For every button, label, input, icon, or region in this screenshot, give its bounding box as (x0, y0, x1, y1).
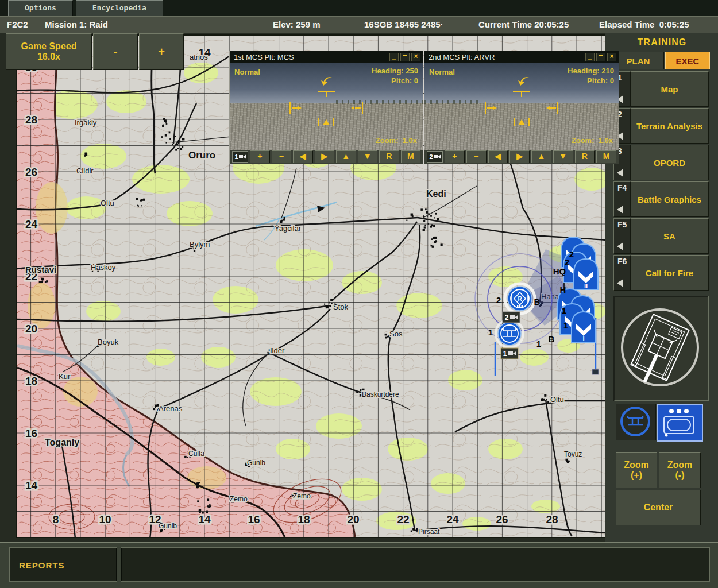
button-label: Map (631, 71, 709, 107)
map-frame-bottom (17, 537, 605, 542)
camera-control-bar: 2 +−◀▶▲▼RM (424, 150, 619, 164)
zoom-out-button[interactable]: Zoom(-) (659, 452, 701, 488)
svg-text:1: 1 (503, 350, 507, 358)
button-label: Call for Fire (631, 255, 709, 291)
svg-text:2: 2 (505, 314, 509, 322)
svg-text:24: 24 (446, 513, 459, 525)
svg-text:HQ: HQ (553, 266, 566, 276)
gunner-reticle (473, 88, 570, 130)
center-button[interactable]: Center (616, 490, 701, 525)
camera-control-bar: 1 +−◀▶▲▼RM (230, 150, 423, 164)
cam-reset-button[interactable]: R (379, 150, 399, 163)
zoom-in-button[interactable]: Zoom(+) (616, 452, 657, 488)
cam-mode-button[interactable]: M (596, 150, 616, 163)
game-speed-increase-button[interactable]: + (139, 33, 184, 70)
sidebar-button-call-for-fire[interactable]: F6Call for Fire (613, 255, 709, 291)
cam-zoom-in-button[interactable]: + (250, 150, 270, 163)
cam-slew-down-button[interactable]: ▼ (358, 150, 378, 163)
sidebar-button-map[interactable]: 1Map (613, 71, 709, 107)
collapse-arrow-icon (617, 169, 623, 177)
svg-text:Rustavi: Rustavi (25, 265, 56, 274)
restore-icon[interactable] (400, 53, 410, 61)
view-mode-label: Normal (429, 68, 455, 76)
minimize-icon[interactable]: _ (389, 53, 399, 61)
video-window-2nd-mcs: 2nd MCS Plt: ARVR _ × Normal Heading: 21… (424, 51, 619, 164)
options-menu[interactable]: Options (8, 0, 73, 16)
tab-plan[interactable]: PLAN (612, 52, 664, 69)
unit-bridge[interactable] (496, 320, 523, 347)
window-title: 2nd MCS Plt: ARVR (427, 53, 584, 61)
button-label: Battle Graphics (631, 181, 709, 217)
svg-text:Kur: Kur (59, 372, 71, 381)
svg-text:1: 1 (562, 305, 566, 315)
svg-text:Irgakly: Irgakly (75, 118, 97, 127)
close-icon[interactable]: × (411, 53, 420, 61)
window-titlebar[interactable]: 1st MCS Plt: MCS _ × (230, 51, 423, 63)
svg-text:10: 10 (99, 513, 111, 525)
sidebar-button-opord[interactable]: 3OPORD (613, 145, 709, 180)
cam-reset-button[interactable]: R (575, 150, 595, 163)
svg-text:14: 14 (198, 513, 211, 525)
cam-slew-up-button[interactable]: ▲ (531, 150, 551, 163)
minimize-icon[interactable]: _ (585, 53, 595, 61)
pitch-readout: Pitch: 0 (587, 76, 614, 85)
sidebar-button-battle-graphics[interactable]: F4Battle Graphics (613, 181, 709, 217)
mission-title: Mission 1: Raid (45, 20, 108, 29)
cam-slew-down-button[interactable]: ▼ (553, 150, 573, 163)
view-mode-label: Normal (234, 68, 260, 76)
cam-slew-left-button[interactable]: ◀ (293, 150, 313, 163)
svg-text:B: B (534, 297, 541, 307)
svg-text:1: 1 (536, 339, 541, 349)
tab-exec[interactable]: EXEC (665, 52, 710, 69)
svg-text:Haskoy: Haskoy (91, 263, 116, 272)
svg-text:28: 28 (25, 114, 37, 126)
svg-text:2: 2 (496, 295, 501, 305)
cam-zoom-out-button[interactable]: − (466, 150, 487, 163)
svg-text:Zemo: Zemo (293, 492, 311, 500)
close-icon[interactable]: × (607, 53, 616, 61)
f2c2-application: Options Encyclopedia F2C2 Mission 1: Rai… (0, 0, 718, 588)
unit-recon[interactable]: R (505, 284, 535, 314)
game-speed-decrease-button[interactable]: - (93, 33, 138, 70)
svg-text:28: 28 (546, 513, 558, 525)
sidebar-button-sa[interactable]: F5SA (613, 218, 709, 254)
reports-content-area[interactable] (121, 547, 710, 582)
cam-mode-button[interactable]: M (401, 150, 421, 163)
vehicle-status-panel (613, 296, 709, 401)
collapse-arrow-icon (617, 206, 623, 214)
camera-badge-2[interactable]: 2 (503, 312, 520, 323)
heading-readout: Heading: 210 (568, 67, 614, 75)
svg-text:Tovuz: Tovuz (564, 450, 582, 458)
route-endpoint (592, 369, 599, 374)
cam-slew-right-button[interactable]: ▶ (315, 150, 335, 163)
svg-text:20: 20 (25, 323, 37, 335)
svg-text:26: 26 (25, 166, 37, 178)
camera-zoom-readout: Zoom: 1.0x (376, 136, 417, 145)
reports-button[interactable]: REPORTS (9, 547, 117, 582)
camera-view[interactable]: Normal Heading: 250 Pitch: 0 Zoom: 1.0x (230, 63, 423, 150)
sidebar-button-terrain-analysis[interactable]: 2Terrain Analysis (613, 108, 709, 144)
svg-text:Stok: Stok (333, 303, 349, 311)
grid-reference: 16SGB 18465 2485· (364, 20, 443, 29)
window-titlebar[interactable]: 2nd MCS Plt: ARVR _ × (424, 51, 619, 63)
encyclopedia-menu[interactable]: Encyclopedia (76, 0, 163, 16)
cam-zoom-out-button[interactable]: − (272, 150, 292, 163)
camera-number-badge: 1 (232, 151, 248, 163)
sidebar: TRAINING PLAN EXEC 1Map2Terrain Analysis… (605, 33, 718, 542)
cam-slew-right-button[interactable]: ▶ (509, 150, 530, 163)
current-time: Current Time 20:05:25 (478, 20, 569, 29)
vehicle-unit-button[interactable] (657, 404, 703, 442)
bridge-unit-icon (622, 408, 649, 435)
bridge-unit-button[interactable] (616, 404, 656, 440)
camera-view[interactable]: Normal Heading: 210 Pitch: 0 Zoom: 1.0x (424, 63, 619, 150)
svg-text:Pirsaat: Pirsaat (418, 528, 440, 536)
cam-slew-up-button[interactable]: ▲ (336, 150, 356, 163)
svg-text:1: 1 (488, 327, 493, 337)
button-label: Terrain Analysis (631, 108, 709, 144)
reports-bar: REPORTS (0, 542, 718, 588)
cam-zoom-in-button[interactable]: + (445, 150, 465, 163)
svg-text:Arenas: Arenas (159, 404, 183, 413)
camera-badge-1[interactable]: 1 (501, 348, 518, 359)
restore-icon[interactable] (596, 53, 605, 61)
cam-slew-left-button[interactable]: ◀ (488, 150, 508, 163)
